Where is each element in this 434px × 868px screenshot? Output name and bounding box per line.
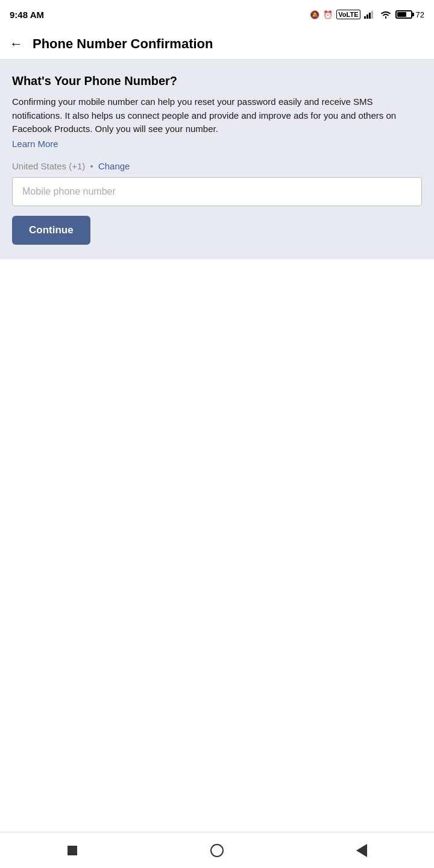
svg-rect-3: [371, 11, 373, 19]
status-bar: 9:48 AM 🔕 ⏰ VoLTE 72: [0, 0, 434, 29]
status-time: 9:48 AM: [10, 10, 44, 20]
header: ← Phone Number Confirmation: [0, 29, 434, 60]
page-title: Phone Number Confirmation: [33, 36, 213, 52]
nav-square-icon: [68, 846, 77, 855]
notification-mute-icon: 🔕: [310, 10, 319, 19]
nav-recents-button[interactable]: [353, 842, 370, 859]
battery-indicator: [395, 10, 412, 19]
nav-triangle-icon: [356, 844, 367, 857]
country-selector: United States (+1) • Change: [12, 161, 422, 171]
battery-tip: [412, 13, 414, 16]
card-heading: What's Your Phone Number?: [12, 74, 422, 88]
phone-number-input[interactable]: [12, 177, 422, 206]
signal-icon: [364, 10, 376, 19]
status-icons: 🔕 ⏰ VoLTE 72: [310, 10, 424, 19]
svg-rect-1: [366, 14, 368, 19]
alarm-icon: ⏰: [323, 10, 333, 19]
svg-rect-0: [364, 16, 366, 19]
separator-dot: •: [90, 161, 93, 171]
svg-rect-2: [369, 13, 371, 19]
learn-more-link[interactable]: Learn More: [12, 139, 58, 149]
volte-icon: VoLTE: [336, 10, 360, 19]
change-country-link[interactable]: Change: [98, 161, 130, 171]
content-card: What's Your Phone Number? Confirming you…: [0, 60, 434, 259]
nav-circle-icon: [210, 844, 224, 857]
nav-back-button[interactable]: [64, 842, 81, 859]
continue-button[interactable]: Continue: [12, 216, 90, 245]
wifi-icon: [380, 10, 392, 19]
back-button[interactable]: ←: [10, 37, 23, 51]
battery-fill: [397, 12, 407, 17]
main-body: [0, 259, 434, 832]
country-label: United States (+1): [12, 161, 85, 171]
battery-percent: 72: [416, 10, 424, 19]
bottom-nav: [0, 832, 434, 868]
card-description: Confirming your mobile number can help y…: [12, 95, 422, 136]
nav-home-button[interactable]: [209, 842, 225, 859]
